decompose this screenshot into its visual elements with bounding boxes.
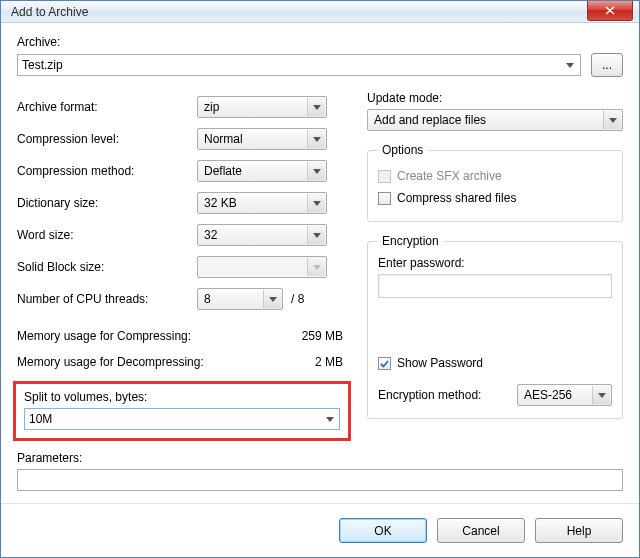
chevron-down-icon: [321, 410, 338, 428]
cancel-button-label: Cancel: [462, 524, 499, 538]
close-button[interactable]: [587, 1, 633, 21]
compression-level-label: Compression level:: [17, 132, 197, 146]
solid-block-label: Solid Block size:: [17, 260, 197, 274]
mem-compress-value: 259 MB: [263, 329, 347, 343]
compression-method-select[interactable]: Deflate: [197, 160, 327, 182]
cancel-button[interactable]: Cancel: [437, 518, 525, 543]
enter-password-label: Enter password:: [378, 256, 465, 270]
left-column: Archive format: zip Compression level: N…: [17, 91, 347, 441]
split-volumes-combo[interactable]: 10M: [24, 408, 340, 430]
show-password-label: Show Password: [397, 356, 483, 370]
encryption-method-select[interactable]: AES-256: [517, 384, 612, 406]
chevron-down-icon: [307, 98, 325, 116]
close-icon: [605, 6, 615, 15]
create-sfx-checkbox: [378, 170, 391, 183]
archive-format-value: zip: [204, 100, 219, 114]
archive-format-select[interactable]: zip: [197, 96, 327, 118]
client-area: Archive: Test.zip ... Archive format: zi…: [1, 23, 639, 503]
cpu-threads-select[interactable]: 8: [197, 288, 283, 310]
mem-compress-label: Memory usage for Compressing:: [17, 329, 263, 343]
browse-button[interactable]: ...: [591, 53, 623, 77]
compression-level-value: Normal: [204, 132, 243, 146]
chevron-down-icon: [561, 57, 578, 73]
compress-shared-checkbox[interactable]: [378, 192, 391, 205]
titlebar: Add to Archive: [1, 1, 639, 23]
update-mode-select[interactable]: Add and replace files: [367, 109, 623, 131]
chevron-down-icon: [307, 130, 325, 148]
compression-method-label: Compression method:: [17, 164, 197, 178]
window-title: Add to Archive: [11, 5, 88, 19]
help-button-label: Help: [567, 524, 592, 538]
add-to-archive-dialog: Add to Archive Archive: Test.zip ... Arc…: [0, 0, 640, 558]
split-volumes-value: 10M: [29, 412, 52, 426]
word-size-label: Word size:: [17, 228, 197, 242]
archive-format-label: Archive format:: [17, 100, 197, 114]
chevron-down-icon: [592, 386, 610, 404]
encryption-method-label: Encryption method:: [378, 388, 511, 402]
ok-button-label: OK: [374, 524, 391, 538]
chevron-down-icon: [307, 226, 325, 244]
chevron-down-icon: [307, 258, 325, 276]
chevron-down-icon: [263, 290, 281, 308]
split-volumes-label: Split to volumes, bytes:: [24, 390, 340, 404]
parameters-input[interactable]: [17, 469, 623, 491]
dictionary-size-label: Dictionary size:: [17, 196, 197, 210]
archive-row: Test.zip ...: [17, 53, 623, 77]
options-legend: Options: [378, 143, 427, 157]
compression-method-value: Deflate: [204, 164, 242, 178]
show-password-checkbox[interactable]: [378, 357, 391, 370]
dictionary-size-select[interactable]: 32 KB: [197, 192, 327, 214]
update-mode-value: Add and replace files: [374, 113, 486, 127]
password-input[interactable]: [378, 274, 612, 298]
encryption-legend: Encryption: [378, 234, 443, 248]
columns: Archive format: zip Compression level: N…: [17, 91, 623, 441]
solid-block-select: [197, 256, 327, 278]
parameters-section: Parameters:: [17, 451, 623, 491]
archive-label: Archive:: [17, 35, 623, 49]
cpu-threads-of: / 8: [291, 292, 304, 306]
browse-button-label: ...: [602, 58, 612, 72]
archive-path-value: Test.zip: [22, 58, 576, 72]
chevron-down-icon: [307, 194, 325, 212]
chevron-down-icon: [307, 162, 325, 180]
archive-path-combo[interactable]: Test.zip: [17, 54, 581, 76]
encryption-group: Encryption Enter password: Show Password…: [367, 234, 623, 419]
dictionary-size-value: 32 KB: [204, 196, 237, 210]
word-size-value: 32: [204, 228, 217, 242]
mem-decompress-value: 2 MB: [263, 355, 347, 369]
cpu-threads-label: Number of CPU threads:: [17, 292, 197, 306]
help-button[interactable]: Help: [535, 518, 623, 543]
mem-decompress-label: Memory usage for Decompressing:: [17, 355, 263, 369]
right-column: Update mode: Add and replace files Optio…: [367, 91, 623, 441]
options-group: Options Create SFX archive Compress shar…: [367, 143, 623, 222]
compress-shared-label: Compress shared files: [397, 191, 516, 205]
word-size-select[interactable]: 32: [197, 224, 327, 246]
cpu-threads-value: 8: [204, 292, 211, 306]
update-mode-label: Update mode:: [367, 91, 623, 105]
compression-level-select[interactable]: Normal: [197, 128, 327, 150]
split-volumes-highlight: Split to volumes, bytes: 10M: [13, 381, 351, 441]
ok-button[interactable]: OK: [339, 518, 427, 543]
encryption-method-value: AES-256: [524, 388, 572, 402]
chevron-down-icon: [603, 111, 621, 129]
create-sfx-label: Create SFX archive: [397, 169, 502, 183]
button-bar: OK Cancel Help: [1, 503, 639, 557]
parameters-label: Parameters:: [17, 451, 623, 465]
